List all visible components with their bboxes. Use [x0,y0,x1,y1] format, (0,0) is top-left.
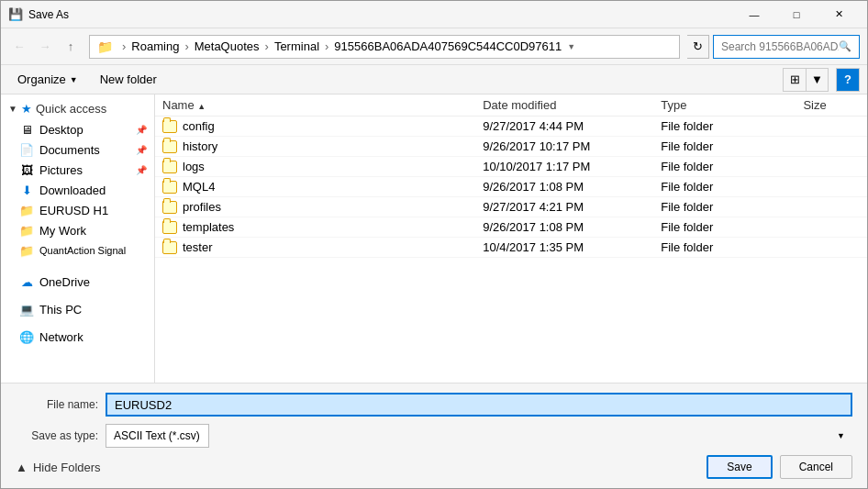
up-button[interactable]: ↑ [60,36,82,58]
file-size-cell [796,197,867,217]
file-name-cell: logs [155,157,475,177]
table-row[interactable]: tester10/4/2017 1:35 PMFile folder [155,238,867,258]
sidebar-item-thispc[interactable]: 💻 This PC [1,299,154,319]
organize-label: Organize [17,72,66,86]
dialog-icon: 💾 [8,7,23,22]
table-row[interactable]: profiles9/27/2017 4:21 PMFile folder [155,197,867,217]
file-name-cell: templates [155,217,475,238]
file-table: Name ▲ Date modified Type Size [155,94,867,258]
save-type-row: Save as type: ASCII Text (*.csv) [16,424,852,448]
view-mode-button[interactable]: ⊞ [784,69,806,91]
network-icon: 🌐 [19,329,34,344]
sidebar-item-quantaction-label: QuantAction Signal [39,245,126,256]
save-button[interactable]: Save [707,455,772,479]
documents-pin-icon: 📌 [136,145,147,155]
quick-access-header[interactable]: ▼ ★ Quick access [1,98,154,119]
file-type-cell: File folder [653,177,796,197]
hide-folders-control[interactable]: ▲ Hide Folders [16,461,101,474]
table-header-row: Name ▲ Date modified Type Size [155,94,867,117]
table-row[interactable]: MQL49/26/2017 1:08 PMFile folder [155,177,867,197]
sidebar-item-quantaction[interactable]: 📁 QuantAction Signal [1,240,154,261]
file-name-cell: history [155,137,475,157]
close-button[interactable]: ✕ [818,1,860,28]
file-size-cell [796,177,867,197]
help-button[interactable]: ? [836,68,860,92]
hide-folders-label: Hide Folders [33,461,101,474]
sidebar-item-network[interactable]: 🌐 Network [1,327,154,347]
file-name-label: File name: [16,398,98,411]
eurusd-folder-icon: 📁 [19,203,34,217]
sidebar-item-pictures-label: Pictures [39,163,83,177]
thispc-icon: 💻 [19,302,34,317]
onedrive-icon: ☁ [19,274,34,289]
sidebar-item-eurusd[interactable]: 📁 EURUSD H1 [1,200,154,220]
column-type[interactable]: Type [653,94,796,117]
breadcrumb-metaquotes[interactable]: MetaQuotes [195,39,260,53]
minimize-button[interactable]: — [733,1,775,28]
column-name[interactable]: Name ▲ [155,94,475,117]
file-size-cell [796,157,867,177]
forward-button[interactable]: → [34,36,56,58]
organize-button[interactable]: Organize ▼ [8,68,87,92]
breadcrumb-roaming[interactable]: Roaming [131,39,179,53]
dialog-title: Save As [28,8,733,21]
file-date-cell: 9/26/2017 1:08 PM [475,177,653,197]
column-date[interactable]: Date modified [475,94,653,117]
mywork-folder-icon: 📁 [19,223,34,238]
button-row: ▲ Hide Folders Save Cancel [16,455,852,479]
file-area: Name ▲ Date modified Type Size [155,94,867,383]
quick-access-expand-icon: ▼ [8,104,17,114]
search-bar[interactable]: 🔍 [713,35,860,59]
sidebar-item-downloaded-label: Downloaded [39,183,106,197]
desktop-icon: 🖥 [19,122,34,137]
sidebar-item-desktop[interactable]: 🖥 Desktop 📌 [1,119,154,139]
hide-folders-arrow: ▲ [16,461,28,474]
sidebar-item-mywork[interactable]: 📁 My Work [1,220,154,240]
quick-access-section: ▼ ★ Quick access 🖥 Desktop 📌 📄 Documents… [1,98,154,261]
maximize-button[interactable]: □ [775,1,818,28]
nav-bar: ← → ↑ 📁 › Roaming › MetaQuotes › Termina… [1,28,867,65]
sidebar-network-label: Network [39,330,83,344]
table-row[interactable]: templates9/26/2017 1:08 PMFile folder [155,217,867,238]
column-size[interactable]: Size [796,94,867,117]
table-row[interactable]: config9/27/2017 4:44 PMFile folder [155,117,867,137]
file-date-cell: 9/26/2017 1:08 PM [475,217,653,238]
action-bar: Organize ▼ New folder ⊞ ▼ ? [1,65,867,94]
sidebar-item-mywork-label: My Work [39,224,86,238]
sidebar-item-onedrive[interactable]: ☁ OneDrive [1,272,154,292]
cancel-button[interactable]: Cancel [780,455,852,479]
breadcrumb-terminal[interactable]: Terminal [274,39,319,53]
quick-access-label: Quick access [36,102,106,116]
address-dropdown-icon[interactable]: ▼ [567,42,575,51]
new-folder-label: New folder [100,72,157,86]
title-bar-controls: — □ ✕ [733,1,860,28]
file-type-cell: File folder [653,197,796,217]
breadcrumb-folder-icon: 📁 [97,39,113,54]
table-row[interactable]: history9/26/2017 10:17 PMFile folder [155,137,867,157]
refresh-button[interactable]: ↻ [687,35,709,59]
search-input[interactable] [721,40,839,53]
bottom-section: File name: Save as type: ASCII Text (*.c… [1,383,867,488]
new-folder-button[interactable]: New folder [91,68,166,92]
save-type-select[interactable]: ASCII Text (*.csv) [106,424,209,448]
file-size-cell [796,137,867,157]
file-date-cell: 9/26/2017 10:17 PM [475,137,653,157]
sidebar-item-documents[interactable]: 📄 Documents 📌 [1,139,154,160]
file-date-cell: 10/10/2017 1:17 PM [475,157,653,177]
breadcrumb-guid[interactable]: 915566BA06ADA407569C544CC0D97611 [334,39,562,53]
file-type-cell: File folder [653,238,796,258]
main-area: ▼ ★ Quick access 🖥 Desktop 📌 📄 Documents… [1,94,867,383]
save-type-wrapper: ASCII Text (*.csv) [106,424,852,448]
file-type-cell: File folder [653,117,796,137]
back-button[interactable]: ← [8,36,30,58]
sidebar: ▼ ★ Quick access 🖥 Desktop 📌 📄 Documents… [1,94,155,383]
sidebar-item-downloaded[interactable]: ⬇ Downloaded [1,180,154,200]
file-name-input[interactable] [106,393,852,417]
sidebar-item-pictures[interactable]: 🖼 Pictures 📌 [1,160,154,180]
view-dropdown-button[interactable]: ▼ [806,69,828,91]
downloaded-icon: ⬇ [19,183,34,197]
file-size-cell [796,217,867,238]
table-row[interactable]: logs10/10/2017 1:17 PMFile folder [155,157,867,177]
documents-icon: 📄 [19,142,34,157]
file-type-cell: File folder [653,217,796,238]
